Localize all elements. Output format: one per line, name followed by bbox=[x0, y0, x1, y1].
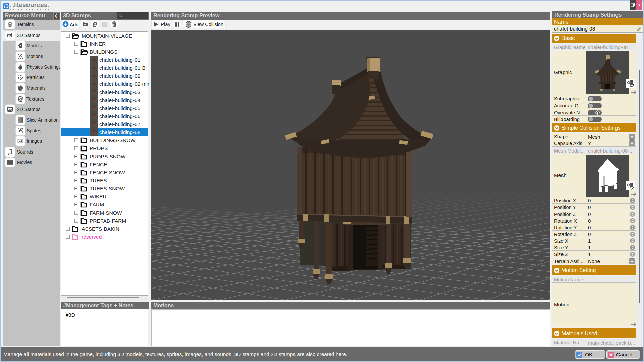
svg-text:2D: 2D bbox=[8, 108, 12, 111]
svg-text:3D: 3D bbox=[8, 34, 12, 37]
